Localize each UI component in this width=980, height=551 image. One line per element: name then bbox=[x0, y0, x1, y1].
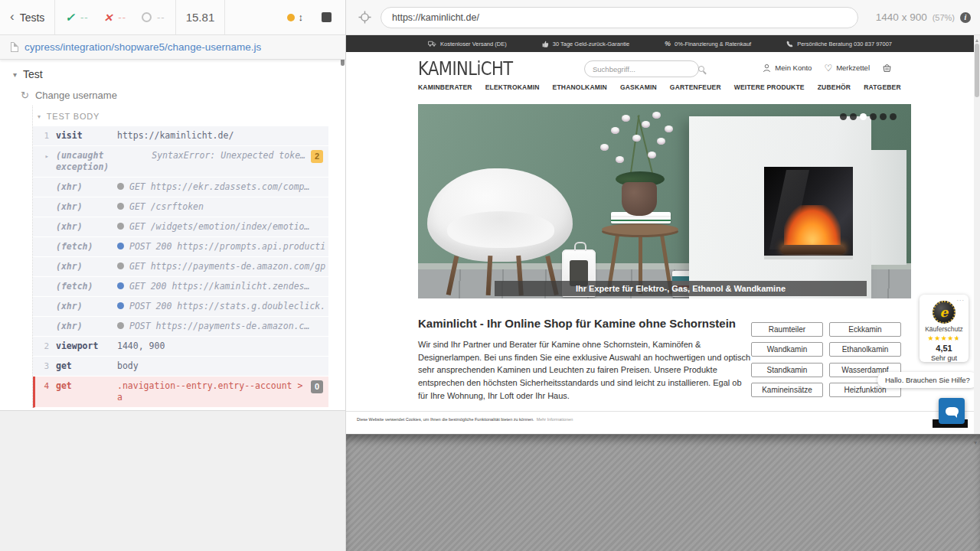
command-row[interactable]: 2viewport1440, 900 bbox=[33, 337, 328, 357]
nav-gaskamin[interactable]: GASKAMIN bbox=[620, 83, 657, 91]
nav-weitere-produkte[interactable]: WEITERE PRODUKTE bbox=[734, 83, 805, 91]
back-to-tests-button[interactable]: ‹ Tests bbox=[0, 0, 55, 34]
resize-arrow-icon: ▾ bbox=[974, 439, 977, 446]
nav-elektrokamin[interactable]: ELEKTROKAMIN bbox=[485, 83, 540, 91]
cookie-more-info-link[interactable]: Mehr Informationen bbox=[537, 417, 573, 422]
command-message: .navigation--entry.entry--account > a0 bbox=[117, 380, 325, 403]
hero-slider[interactable]: Ihr Experte für Elektro-, Gas, Ethanol &… bbox=[418, 104, 911, 298]
stop-button[interactable] bbox=[322, 12, 332, 22]
browser-pane: https://kaminlicht.de/ 1440 x 900 (57%) … bbox=[346, 0, 980, 551]
command-row[interactable]: (fetch)POST 200 https://prompts.api.prod… bbox=[33, 237, 328, 257]
scrollbar-thumb[interactable] bbox=[975, 44, 979, 97]
category-button-wandkamin[interactable]: Wandkamin bbox=[751, 342, 823, 357]
percent-icon: % bbox=[665, 40, 671, 47]
carousel-dot[interactable] bbox=[860, 113, 867, 120]
wishlist-link[interactable]: ♡ Merkzettel bbox=[824, 64, 870, 73]
suite-row[interactable]: ▾ Test bbox=[0, 60, 345, 83]
site-scrollbar[interactable] bbox=[974, 35, 980, 434]
command-message: body bbox=[117, 360, 325, 372]
cypress-app: ‹ Tests ✓ -- ✕ -- -- 15.81 bbox=[0, 0, 980, 551]
nav-gartenfeuer[interactable]: GARTENFEUER bbox=[670, 83, 721, 91]
info-icon[interactable]: i bbox=[960, 12, 971, 23]
site-logo[interactable]: KAMINLiCHT bbox=[418, 58, 513, 80]
command-row[interactable]: 1visithttps://kaminlicht.de/ bbox=[33, 126, 328, 146]
widget-menu-icon[interactable]: ... bbox=[956, 295, 965, 302]
category-button-ethanolkamin[interactable]: Ethanolkamin bbox=[829, 342, 901, 357]
category-button-standkamin[interactable]: Standkamin bbox=[751, 363, 823, 377]
passed-stat[interactable]: ✓ -- bbox=[65, 11, 88, 24]
command-row[interactable]: (xhr)POST 200 https://stats.g.doubleclic… bbox=[33, 297, 328, 317]
command-method: visit bbox=[56, 130, 117, 142]
usp-consulting[interactable]: Persönliche Beratung 030 837 97007 bbox=[786, 41, 892, 47]
viewport-size: 1440 x 900 bbox=[876, 11, 927, 23]
carousel-dot[interactable] bbox=[850, 113, 857, 120]
command-method: (uncaught exception) bbox=[56, 150, 117, 173]
trusted-shops-badge-icon: e bbox=[933, 301, 956, 324]
status-dot-blue bbox=[117, 282, 124, 289]
carousel-dots bbox=[840, 113, 897, 120]
pending-count: -- bbox=[157, 11, 165, 23]
command-number bbox=[33, 261, 56, 272]
nav-kaminberater[interactable]: KAMINBERATER bbox=[418, 83, 472, 91]
chevron-down-icon[interactable]: ▾ bbox=[13, 70, 17, 79]
star-icon: ★ bbox=[941, 335, 948, 342]
chat-greeting-tooltip[interactable]: Hallo. Brauchen Sie Hilfe? bbox=[877, 372, 974, 388]
command-row[interactable]: (fetch)GET 200 https://kaminlicht.zendes… bbox=[33, 277, 328, 297]
command-row[interactable]: (xhr)GET /widgets/emotion/index/emotio… bbox=[33, 217, 328, 237]
url-input[interactable]: https://kaminlicht.de/ bbox=[381, 7, 858, 28]
carousel-dot[interactable] bbox=[890, 113, 897, 120]
command-row[interactable]: (xhr)GET /csrftoken bbox=[33, 197, 328, 217]
command-method: (xhr) bbox=[56, 221, 117, 233]
chevron-down-icon[interactable]: ▾ bbox=[38, 113, 41, 120]
command-method: (xhr) bbox=[56, 181, 117, 193]
chat-button[interactable] bbox=[939, 398, 965, 424]
cart-icon[interactable] bbox=[882, 63, 892, 73]
search-icon[interactable] bbox=[698, 66, 704, 72]
usp-financing[interactable]: % 0%-Finanzierung & Ratenkauf bbox=[665, 40, 751, 47]
spec-file-link[interactable]: cypress/integration/shopware5/change-use… bbox=[24, 41, 261, 53]
carousel-dot[interactable] bbox=[880, 113, 887, 120]
command-row[interactable]: (xhr)GET https://payments-de.amazon.com/… bbox=[33, 257, 328, 277]
nav-ethanolkamin[interactable]: ETHANOLKAMIN bbox=[553, 83, 607, 91]
search-input[interactable] bbox=[593, 65, 694, 73]
carousel-dot[interactable] bbox=[840, 113, 847, 120]
failed-count: -- bbox=[118, 11, 126, 23]
hero-chair-seat bbox=[447, 211, 554, 248]
command-message: https://kaminlicht.de/ bbox=[117, 130, 325, 142]
scrollbar-up-arrow[interactable] bbox=[975, 37, 978, 42]
carousel-dot[interactable] bbox=[870, 113, 877, 120]
command-row[interactable]: 3getbody bbox=[33, 357, 328, 377]
back-to-tests-label: Tests bbox=[20, 11, 45, 24]
usp-guarantee[interactable]: 30 Tage Geld-zurück-Garantie bbox=[542, 41, 629, 47]
star-icon: ★ bbox=[928, 335, 935, 342]
command-row[interactable]: ▸(uncaught exception)SyntaxError: Unexpe… bbox=[33, 146, 328, 178]
command-row[interactable]: 4get.navigation--entry.entry--account > … bbox=[33, 377, 328, 408]
star-rating: ★★★★★ bbox=[920, 335, 969, 342]
category-button-eckkamin[interactable]: Eckkamin bbox=[829, 322, 901, 337]
thumbs-up-icon bbox=[542, 41, 549, 47]
pending-stat[interactable]: -- bbox=[142, 11, 165, 23]
status-dot-blue bbox=[117, 302, 124, 309]
account-link[interactable]: Mein Konto bbox=[763, 64, 812, 73]
test-body-header[interactable]: ▾ TEST BODY bbox=[33, 106, 328, 126]
hero-fire-logs bbox=[781, 245, 845, 254]
test-body-block: ▾ TEST BODY 1visithttps://kaminlicht.de/… bbox=[32, 106, 328, 408]
command-message: GET /widgets/emotion/index/emotio… bbox=[117, 221, 325, 233]
usp-shipping[interactable]: Kostenloser Versand (DE) bbox=[428, 41, 507, 47]
auto-scroll-toggle[interactable]: ↕ bbox=[287, 11, 304, 23]
cookie-bar: Diese Website verwendet Cookies, um Ihne… bbox=[346, 411, 974, 426]
command-row[interactable]: (xhr)POST https://payments-de.amazon.c… bbox=[33, 317, 328, 337]
trusted-shops-widget[interactable]: ... e Käuferschutz ★★★★★ 4,51 Sehr gut bbox=[920, 295, 969, 362]
failed-stat[interactable]: ✕ -- bbox=[104, 11, 126, 24]
test-row[interactable]: ↻ Change username bbox=[0, 83, 345, 106]
command-number bbox=[33, 281, 56, 292]
outside-viewport-area: ▾ bbox=[346, 434, 980, 551]
command-row[interactable]: (xhr)GET https://ekr.zdassets.com/comp… bbox=[33, 178, 328, 197]
nav-zubehoer[interactable]: ZUBEHÖR bbox=[818, 83, 851, 91]
category-button-raumteiler[interactable]: Raumteiler bbox=[751, 322, 823, 337]
expander-icon[interactable]: ▸ bbox=[45, 152, 49, 160]
nav-ratgeber[interactable]: RATGEBER bbox=[864, 83, 901, 91]
header-links: Mein Konto ♡ Merkzettel bbox=[763, 63, 892, 73]
category-button-kamineinsaetze[interactable]: Kamineinsätze bbox=[751, 383, 823, 397]
selector-playground-icon[interactable] bbox=[358, 11, 371, 24]
